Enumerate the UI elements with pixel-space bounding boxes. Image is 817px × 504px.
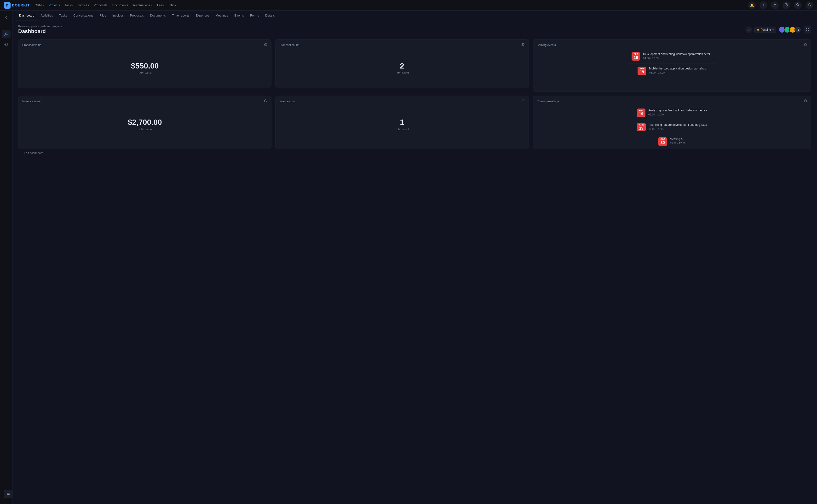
meeting-time-1: 08:00 - 14:00 — [648, 113, 707, 116]
nav-documents[interactable]: Documents — [112, 2, 128, 8]
nav-invoices[interactable]: Invoices — [77, 2, 89, 8]
tab-files[interactable]: Files — [97, 11, 109, 21]
invoices-value-card: Invoices value $2,700.00 Total value — [18, 96, 271, 149]
proposal-value-amount: $550.00 — [131, 62, 159, 70]
tab-activities[interactable]: Activities — [38, 11, 56, 21]
tab-meetings[interactable]: Meetings — [213, 11, 231, 21]
tab-conversations[interactable]: Conversations — [70, 11, 96, 21]
event-date-badge-1: Apr 19 — [632, 52, 640, 61]
meeting-date-badge-3: Oct 30 — [658, 137, 667, 146]
nav-crm[interactable]: CRM ▾ — [35, 2, 44, 8]
nav-tasks[interactable]: Tasks — [65, 2, 73, 8]
grid-view-button[interactable] — [804, 26, 811, 34]
proposal-value-title: Proposal value — [22, 43, 41, 47]
plus-icon: + — [762, 3, 765, 8]
tab-proposals[interactable]: Proposals — [127, 11, 147, 21]
invoices-value-header: Invoices value — [18, 96, 271, 106]
sidebar-back-button[interactable] — [2, 13, 11, 22]
meeting-info-2: Prioritizing feature development and bug… — [649, 123, 707, 130]
edit-dashboard-button[interactable]: Edit dashboard — [18, 149, 811, 157]
grid-icon — [806, 28, 809, 32]
page-title: Dashboard — [18, 28, 62, 34]
fab-menu-button[interactable] — [4, 490, 12, 498]
status-dot — [757, 29, 759, 31]
meeting-date-badge-2: Apr 19 — [637, 123, 646, 131]
search-button[interactable] — [794, 1, 802, 9]
top-nav-right: 🔔 + ? — [748, 1, 813, 9]
notifications-button[interactable]: 🔔 — [748, 1, 756, 9]
meeting-item-2: Apr 19 Prioritizing feature development … — [633, 120, 711, 134]
event-info-1: Development and testing workflow optimiz… — [643, 52, 712, 60]
history-button[interactable] — [782, 1, 790, 9]
invoices-value-refresh-button[interactable] — [264, 99, 267, 103]
invoices-value-body: $2,700.00 Total value — [18, 106, 271, 144]
tab-dashboard[interactable]: Dashboard — [16, 11, 37, 21]
tab-tasks[interactable]: Tasks — [56, 11, 70, 21]
fab-menu-icon — [6, 492, 10, 496]
nav-inbox[interactable]: Inbox — [168, 2, 176, 8]
header-help-button[interactable]: ? — [745, 26, 752, 33]
history-icon — [784, 3, 788, 7]
tab-documents[interactable]: Documents — [147, 11, 169, 21]
tab-events[interactable]: Events — [231, 11, 247, 21]
svg-rect-11 — [7, 494, 10, 495]
sidebar-user-icon[interactable] — [2, 30, 11, 38]
dashboard-row-1: Proposal value $550.00 Total value — [18, 39, 811, 92]
avatar-more[interactable]: +1 — [794, 26, 801, 33]
invoice-count-label: Total count — [395, 128, 409, 131]
invoice-count-card: Invoice count 1 Total count — [275, 96, 529, 149]
proposal-count-title: Proposal count — [279, 43, 299, 47]
svg-rect-10 — [7, 493, 10, 494]
event-item-2: Apr 19 Mobile-first web application desi… — [634, 64, 710, 78]
nav-projects[interactable]: Projects — [49, 2, 60, 8]
svg-rect-9 — [7, 493, 10, 493]
event-name-2: Mobile-first web application design work… — [649, 67, 706, 71]
add-button[interactable]: + — [759, 1, 767, 9]
dashboard-content: Proposal value $550.00 Total value — [12, 37, 817, 504]
help-button[interactable]: ? — [771, 1, 779, 9]
meeting-item-1: Apr 19 Analyzing user feedback and behav… — [633, 106, 711, 120]
bell-icon: 🔔 — [750, 3, 754, 7]
svg-point-2 — [809, 4, 810, 5]
coming-events-body: Apr 19 Development and testing workflow … — [533, 49, 811, 78]
coming-meetings-header: Coming meetings — [533, 96, 811, 106]
sidebar-settings-icon[interactable] — [2, 40, 11, 49]
invoice-count-refresh-button[interactable] — [521, 99, 525, 103]
nav-files[interactable]: Files — [157, 2, 164, 8]
invoice-count-value: 1 — [400, 118, 404, 127]
page-subtitle: Reviewing project goals and progress — [18, 25, 62, 28]
tab-details[interactable]: Details — [262, 11, 278, 21]
tab-time-reports[interactable]: Time reports — [169, 11, 192, 21]
coming-events-card: Coming events Apr 19 — [533, 39, 811, 92]
proposal-count-card: Proposal count 2 Total count — [275, 39, 529, 88]
help-icon: ? — [774, 3, 776, 7]
profile-button[interactable] — [805, 1, 813, 9]
page-header-left: Reviewing project goals and progress Das… — [18, 25, 62, 34]
svg-point-4 — [6, 44, 7, 45]
invoices-value-label: Total value — [138, 128, 152, 131]
invoices-value-amount: $2,700.00 — [128, 118, 162, 127]
main-content: Dashboard Activities Tasks Conversations… — [12, 11, 817, 504]
profile-icon — [807, 3, 811, 7]
page-header: Reviewing project goals and progress Das… — [12, 21, 817, 37]
nav-proposals[interactable]: Proposals — [94, 2, 108, 8]
proposal-value-refresh-button[interactable] — [264, 43, 267, 47]
tab-forms[interactable]: Forms — [247, 11, 262, 21]
proposal-count-refresh-button[interactable] — [521, 43, 525, 47]
tab-invoices[interactable]: Invoices — [109, 11, 127, 21]
nav-automations[interactable]: Automations ▾ — [133, 2, 152, 8]
logo[interactable]: D DOERKIT — [4, 2, 30, 9]
proposal-count-card-header: Proposal count — [276, 40, 528, 49]
status-badge[interactable]: Pending ▾ — [754, 27, 776, 33]
meeting-item-3: Oct 30 Meeting A 15:29 - 17:29 — [655, 134, 689, 149]
coming-events-refresh-button[interactable] — [804, 43, 807, 47]
automations-chevron-icon: ▾ — [151, 4, 152, 6]
event-name-1: Development and testing workflow optimiz… — [643, 52, 712, 56]
coming-meetings-refresh-button[interactable] — [804, 99, 807, 103]
meeting-name-3: Meeting A — [670, 137, 685, 141]
event-info-2: Mobile-first web application design work… — [649, 67, 706, 74]
event-item-1: Apr 19 Development and testing workflow … — [628, 49, 716, 64]
tab-expenses[interactable]: Expenses — [193, 11, 212, 21]
app-layout: Dashboard Activities Tasks Conversations… — [0, 11, 817, 504]
proposal-value-label: Total value — [138, 71, 152, 75]
